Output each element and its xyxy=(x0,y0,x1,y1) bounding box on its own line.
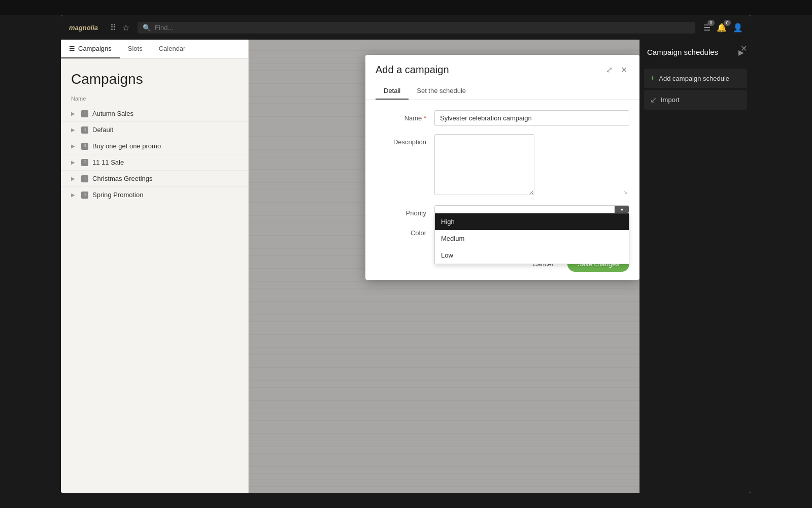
campaign-list: ▶ Autumn Sales ▶ Default ▶ Buy one get o… xyxy=(61,106,248,493)
expand-arrow-icon: ▶ xyxy=(71,143,77,149)
main-content: ☰ Campaigns Slots Calendar Campaigns Nam… xyxy=(61,40,751,493)
tab-campaigns[interactable]: ☰ Campaigns xyxy=(61,40,120,58)
priority-wrapper: ▾ High Medium Low xyxy=(434,205,629,213)
priority-option-medium[interactable]: Medium xyxy=(435,230,629,247)
import-icon: ↙ xyxy=(650,95,657,105)
right-panel-header-wrapper: Campaign schedules ▶ ✕ xyxy=(640,40,751,65)
tab-set-schedule[interactable]: Set the schedule xyxy=(409,83,474,100)
modal-header: Add a campaign ⤢ ✕ xyxy=(365,55,639,77)
campaigns-icon: ☰ xyxy=(69,45,75,52)
description-field-row: Description ↘ xyxy=(376,134,629,197)
tab-slots[interactable]: Slots xyxy=(120,40,151,58)
modal-tabs: Detail Set the schedule xyxy=(365,83,639,100)
list-item[interactable]: ▶ Buy one get one promo xyxy=(61,138,248,154)
right-panel-actions: + Add campaign schedule ↙ Import xyxy=(640,65,751,114)
item-drag-icon xyxy=(81,143,88,150)
name-label: Name * xyxy=(376,110,426,122)
list-item[interactable]: ▶ Default xyxy=(61,122,248,138)
item-drag-icon xyxy=(81,110,88,117)
panel-tabs: ☰ Campaigns Slots Calendar xyxy=(61,40,248,59)
grid-icon: ⠿ xyxy=(110,23,116,33)
right-panel-close-button[interactable]: ✕ xyxy=(740,44,747,53)
modal-title: Add a campaign xyxy=(376,64,449,76)
search-bar: 🔍 xyxy=(138,22,695,34)
right-panel-title: Campaign schedules xyxy=(647,48,718,56)
priority-option-high[interactable]: High xyxy=(435,213,629,230)
modal-expand-button[interactable]: ⤢ xyxy=(604,63,615,77)
user-button[interactable]: 👤 xyxy=(733,23,743,33)
modal-body: Name * Description ↘ xyxy=(365,100,639,250)
modal-controls: ⤢ ✕ xyxy=(604,63,629,77)
expand-icon: ⤢ xyxy=(606,66,613,74)
header-right: ☰ 0 🔔 0 👤 xyxy=(703,23,743,33)
grid-icon-button[interactable]: ⠿ xyxy=(110,23,116,33)
name-input[interactable] xyxy=(434,110,629,126)
list-item[interactable]: ▶ Spring Promotion xyxy=(61,187,248,203)
priority-label: Priority xyxy=(376,205,426,217)
item-drag-icon xyxy=(81,159,88,166)
add-campaign-modal: Add a campaign ⤢ ✕ De xyxy=(365,55,639,280)
expand-arrow-icon: ▶ xyxy=(71,176,77,181)
tab-calendar[interactable]: Calendar xyxy=(151,40,194,58)
priority-option-low[interactable]: Low xyxy=(435,247,629,264)
search-input[interactable] xyxy=(155,24,690,31)
name-field-row: Name * xyxy=(376,110,629,126)
modal-close-button[interactable]: ✕ xyxy=(619,63,629,77)
expand-arrow-icon: ▶ xyxy=(71,160,77,165)
list-item[interactable]: ▶ Autumn Sales xyxy=(61,106,248,122)
add-campaign-schedule-button[interactable]: + Add campaign schedule xyxy=(644,69,747,88)
logo-text: magnolia xyxy=(69,24,98,31)
header-icons: ⠿ ☆ xyxy=(110,23,129,33)
tab-detail[interactable]: Detail xyxy=(376,83,409,100)
priority-select[interactable]: ▾ xyxy=(434,205,629,213)
plus-icon: + xyxy=(650,74,655,83)
modal-overlay: Add a campaign ⤢ ✕ De xyxy=(249,40,639,493)
tasks-button[interactable]: ☰ 0 xyxy=(703,23,710,33)
app-header: magnolia ⠿ ☆ 🔍 ☰ 0 🔔 0 👤 xyxy=(61,15,751,40)
star-icon-button[interactable]: ☆ xyxy=(122,23,129,33)
priority-dropdown-arrow: ▾ xyxy=(615,206,629,213)
description-label: Description xyxy=(376,134,426,146)
right-panel: Campaign schedules ▶ ✕ + Add campaign sc… xyxy=(639,40,751,493)
expand-arrow-icon: ▶ xyxy=(71,127,77,133)
item-drag-icon xyxy=(81,175,88,182)
required-indicator: * xyxy=(424,114,426,122)
app-container: magnolia ⠿ ☆ 🔍 ☰ 0 🔔 0 👤 xyxy=(61,15,751,493)
import-button[interactable]: ↙ Import xyxy=(644,90,747,110)
expand-arrow-icon: ▶ xyxy=(71,111,77,116)
alerts-badge: 0 xyxy=(724,20,731,26)
top-bar xyxy=(0,0,812,15)
color-label: Color xyxy=(376,225,426,237)
list-item[interactable]: ▶ Christmas Greetings xyxy=(61,171,248,187)
item-drag-icon xyxy=(81,126,88,134)
description-wrapper: ↘ xyxy=(434,134,629,197)
alerts-button[interactable]: 🔔 0 xyxy=(717,23,727,33)
right-panel-header: Campaign schedules ▶ xyxy=(640,40,751,65)
expand-arrow-icon: ▶ xyxy=(71,192,77,198)
campaigns-title: Campaigns xyxy=(61,59,248,93)
search-icon: 🔍 xyxy=(143,24,151,31)
priority-field-row: Priority ▾ High Medium Low xyxy=(376,205,629,217)
resize-icon: ↘ xyxy=(623,189,627,195)
list-header: Name xyxy=(61,93,248,106)
star-icon: ☆ xyxy=(122,23,129,33)
center-area: Add a campaign ⤢ ✕ De xyxy=(249,40,639,493)
logo: magnolia xyxy=(69,24,98,31)
description-input[interactable] xyxy=(434,134,534,195)
user-icon: 👤 xyxy=(733,23,743,33)
campaigns-panel: ☰ Campaigns Slots Calendar Campaigns Nam… xyxy=(61,40,249,493)
tasks-badge: 0 xyxy=(707,20,715,26)
priority-dropdown: High Medium Low xyxy=(434,213,629,264)
close-icon: ✕ xyxy=(740,44,747,53)
list-item[interactable]: ▶ 11 11 Sale xyxy=(61,154,248,171)
item-drag-icon xyxy=(81,192,88,199)
close-icon: ✕ xyxy=(621,66,627,74)
